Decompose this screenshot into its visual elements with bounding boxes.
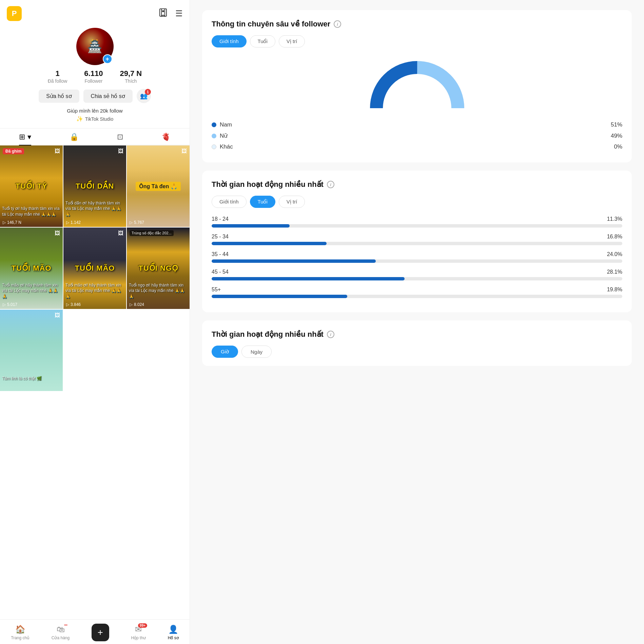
active-filter-tab-age[interactable]: Tuổi — [250, 196, 275, 208]
nav-shop[interactable]: 🛍 Cửa hàng — [52, 625, 70, 640]
filter-tab-location[interactable]: Vị trí — [279, 35, 305, 47]
bar-track-35-44 — [212, 259, 622, 263]
play-icon-2: ▷ — [66, 220, 69, 225]
shop-icon: 🛍 — [57, 625, 65, 634]
bar-track-18-24 — [212, 224, 622, 228]
video-thumb-2[interactable]: TUỔI DẦN 🖼 Tuổi dần ơi! hãy thành tâm xi… — [63, 145, 126, 227]
age-pct-18-24: 11.3% — [607, 216, 622, 222]
video-text-5: Tuổi mão ơi! hãy thành tâm xin vía tài L… — [65, 282, 124, 299]
active-filter-tab-gender[interactable]: Giới tính — [212, 196, 247, 208]
studio-label: TikTok Studio — [85, 116, 114, 122]
home-icon: 🏠 — [15, 625, 25, 634]
stat-following: 1 Đã follow — [48, 69, 67, 84]
stat-likes: 29,7 N Thích — [120, 69, 142, 84]
time-tab-day[interactable]: Ngày — [241, 346, 272, 358]
stat-following-number: 1 — [48, 69, 67, 78]
video-bg-6: Trúng số độc đắc 202... TUỔI NGỌ Tuổi ng… — [127, 228, 190, 309]
video-bg-5: TUỔI MÃO 🖼 Tuổi mão ơi! hãy thành tâm xi… — [63, 228, 126, 309]
stats-row: 1 Đã follow 6.110 Follower 29,7 N Thích — [48, 69, 142, 84]
profile-icon: 👤 — [168, 625, 178, 634]
zodiac-label-4: TUỔI MÃO — [12, 264, 52, 273]
legend-left-other: Khác — [212, 143, 233, 150]
nav-profile[interactable]: 👤 Hồ sơ — [168, 625, 179, 640]
video-thumb-5[interactable]: TUỔI MÃO 🖼 Tuổi mão ơi! hãy thành tâm xi… — [63, 228, 126, 309]
zodiac-label-1: TUỔI TÝ — [16, 182, 47, 191]
legend-row-female: Nữ 49% — [212, 132, 622, 139]
video-thumb-6[interactable]: Trúng số độc đắc 202... TUỔI NGỌ Tuổi ng… — [127, 228, 190, 309]
active-time-age-info-icon: i — [327, 181, 334, 188]
photo-icon-5: 🖼 — [118, 230, 123, 236]
video-thumb-7[interactable]: 🖼 Tâm linh là có thật 🌿 — [0, 310, 63, 391]
video-thumb-4[interactable]: TUỔI MÃO 🖼 Tuổi mão ơi! hãy thành tâm xi… — [0, 228, 63, 309]
share-profile-button[interactable]: Chia sẻ hồ sơ — [83, 90, 133, 103]
active-time-age-title: Thời gian hoạt động nhiều nhất i — [212, 180, 622, 189]
bar-track-25-34 — [212, 242, 622, 245]
filter-tab-age[interactable]: Tuổi — [250, 35, 275, 47]
tiktok-studio-link[interactable]: ✨ TikTok Studio — [76, 116, 114, 122]
video-bg-4: TUỔI MÃO 🖼 Tuổi mão ơi! hãy thành tâm xi… — [0, 228, 63, 309]
play-icon-3: ▷ — [130, 220, 133, 225]
profile-section: 🏯 + 1 Đã follow 6.110 Follower 29,7 N Th… — [0, 24, 190, 125]
filter-tab-gender[interactable]: Giới tính — [212, 35, 247, 47]
video-bg-1: TUỔI TÝ Đã ghim 🖼 Tuổi tý ơi! hãy thành … — [0, 145, 63, 227]
shop-badge — [64, 625, 67, 625]
video-count-4: ▷ 5.017 — [3, 302, 17, 307]
play-icon-5: ▷ — [66, 302, 69, 307]
video-thumb-1[interactable]: TUỔI TÝ Đã ghim 🖼 Tuổi tý ơi! hãy thành … — [0, 145, 63, 227]
count-text-2: 1.142 — [71, 220, 81, 225]
photo-icon-3: 🖼 — [181, 148, 187, 154]
stat-followers: 6.110 Follower — [84, 69, 103, 84]
inbox-badge: 99+ — [138, 623, 147, 628]
bar-fill-55plus — [212, 295, 347, 298]
nav-create[interactable]: + — [92, 624, 109, 641]
tab-private[interactable]: 🔒 — [70, 133, 79, 145]
video-thumb-3[interactable]: Ông Tà đen 🙏 🖼 ▷ 5.767 — [127, 145, 190, 227]
video-count-5: ▷ 3.846 — [66, 302, 81, 307]
age-pct-25-34: 16.8% — [607, 234, 622, 240]
legend-pct-male: 51% — [611, 121, 622, 128]
play-icon-1: ▷ — [3, 220, 6, 225]
tab-saved[interactable]: 🫀 — [161, 133, 171, 145]
age-pct-45-54: 28.1% — [607, 269, 622, 275]
avatar-wrap: 🏯 + — [76, 28, 114, 65]
nav-inbox-label: Hộp thư — [131, 636, 146, 640]
bottom-nav: 🏠 Trang chủ 🛍 Cửa hàng + ✉ Hộp thư 99+ 👤… — [0, 619, 190, 644]
legend-left-male: Nam — [212, 121, 232, 128]
photo-icon-2: 🖼 — [118, 148, 123, 154]
follower-info-card: Thông tin chuyên sâu về follower i Giới … — [202, 10, 632, 162]
edit-profile-button[interactable]: Sửa hồ sơ — [39, 90, 79, 103]
age-row-18-24: 18 - 24 11.3% — [212, 216, 622, 228]
bookmark-icon-button[interactable] — [158, 8, 168, 19]
photo-icon-7: 🖼 — [55, 312, 60, 318]
legend-pct-female: 49% — [611, 133, 622, 139]
active-time-filter-tabs: Giới tính Tuổi Vị trí — [212, 196, 622, 208]
legend-label-other: Khác — [220, 143, 233, 150]
active-time-tabs: Giờ Ngày — [212, 346, 622, 358]
video-text-1: Tuổi tý ơi! hãy thành tâm xin vía tài Lộ… — [2, 206, 61, 217]
age-pct-55plus: 19.8% — [607, 287, 622, 293]
nav-home[interactable]: 🏠 Trang chủ — [11, 625, 30, 640]
age-range-45-54: 45 - 54 — [212, 269, 229, 275]
tab-liked[interactable]: ⊡ — [117, 133, 123, 145]
age-pct-35-44: 24.0% — [607, 251, 622, 257]
count-text-1: 146,7 N — [7, 220, 21, 225]
create-button[interactable]: + — [92, 624, 109, 641]
studio-icon: ✨ — [76, 116, 83, 122]
active-time-hour-info-icon: i — [327, 331, 334, 338]
follower-info-title: Thông tin chuyên sâu về follower i — [212, 20, 622, 28]
avatar-plus-button[interactable]: + — [103, 54, 112, 64]
add-friend-badge: 1 — [145, 89, 151, 95]
legend-row-other: Khác 0% — [212, 143, 622, 150]
active-filter-tab-location[interactable]: Vị trí — [279, 196, 305, 208]
nav-shop-label: Cửa hàng — [52, 636, 70, 640]
stat-following-label: Đã follow — [48, 78, 67, 84]
donut-svg — [366, 56, 468, 113]
nav-inbox[interactable]: ✉ Hộp thư 99+ — [131, 625, 146, 640]
active-time-age-card: Thời gian hoạt động nhiều nhất i Giới tí… — [202, 171, 632, 312]
time-tab-hour[interactable]: Giờ — [212, 346, 238, 358]
add-friend-button[interactable]: 👥 1 — [137, 89, 151, 103]
menu-icon-button[interactable]: ☰ — [175, 9, 183, 18]
tab-grid[interactable]: ⊞ ▾ — [19, 133, 31, 145]
bar-fill-45-54 — [212, 277, 405, 280]
zodiac-label-6: TUỔI NGỌ — [138, 264, 178, 273]
